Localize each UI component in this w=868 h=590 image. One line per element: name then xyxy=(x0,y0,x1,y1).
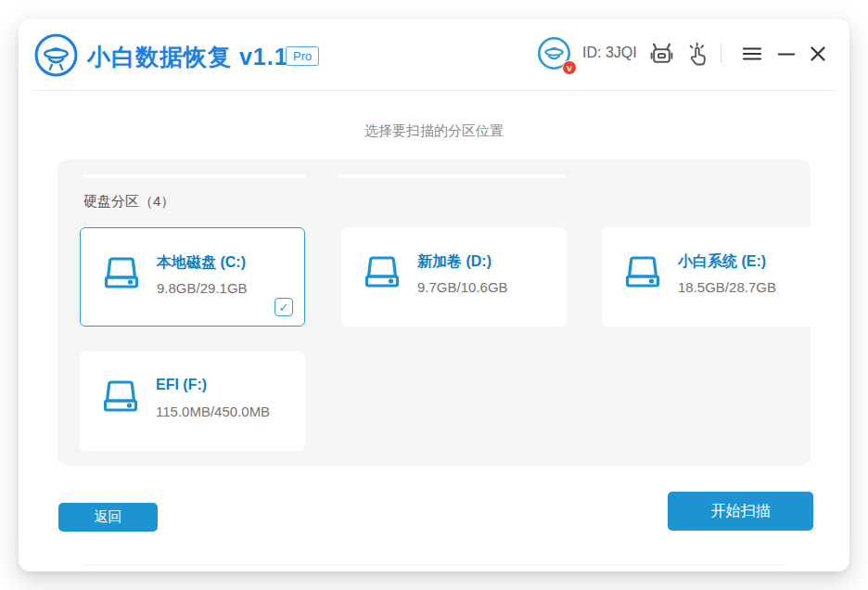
drive-icon xyxy=(620,251,665,296)
drive-size: 18.5GB/28.7GB xyxy=(678,279,776,295)
partition-card-f[interactable]: EFI (F:) 115.0MB/450.0MB xyxy=(80,352,305,451)
partition-panel: 硬盘分区（4） 本地磁盘 (C:) 9.8GB/29.1GB ✓ xyxy=(57,160,811,466)
panel-decoration-bar xyxy=(338,174,566,178)
minimize-icon[interactable] xyxy=(772,39,801,69)
back-button[interactable]: 返回 xyxy=(58,503,158,532)
touch-click-icon[interactable] xyxy=(683,39,712,69)
partition-checkbox-checked[interactable]: ✓ xyxy=(274,298,293,316)
pro-badge: Pro xyxy=(286,46,319,66)
close-icon[interactable] xyxy=(803,39,833,69)
app-window: 小白数据恢复 v1.1 Pro V ID: 3JQI xyxy=(19,19,849,571)
drive-size: 115.0MB/450.0MB xyxy=(156,404,270,419)
app-title: 小白数据恢复 v1.1 xyxy=(87,42,288,72)
header-divider-vertical xyxy=(721,43,721,63)
drive-name: 新加卷 (D:) xyxy=(417,252,491,272)
panel-decoration-bar xyxy=(83,174,306,178)
section-title: 硬盘分区（4） xyxy=(83,193,174,211)
page-instruction: 选择要扫描的分区位置 xyxy=(19,122,849,140)
drive-name: 小白系统 (E:) xyxy=(678,252,766,272)
drive-icon xyxy=(99,252,144,297)
drive-name: 本地磁盘 (C:) xyxy=(157,253,246,273)
header-divider xyxy=(33,90,835,91)
app-logo-icon xyxy=(33,32,79,78)
drive-size: 9.7GB/10.6GB xyxy=(417,279,508,295)
user-avatar[interactable]: V xyxy=(537,36,574,73)
partition-card-e[interactable]: 小白系统 (E:) 18.5GB/28.7GB xyxy=(602,227,827,327)
menu-icon[interactable] xyxy=(737,39,767,69)
drive-icon xyxy=(360,251,404,296)
robot-assistant-icon[interactable] xyxy=(646,39,676,69)
vip-badge: V xyxy=(562,60,577,75)
header: 小白数据恢复 v1.1 Pro V ID: 3JQI xyxy=(19,19,849,90)
drive-size: 9.8GB/29.1GB xyxy=(157,280,248,296)
bottom-divider xyxy=(83,564,785,565)
drive-name: EFI (F:) xyxy=(156,377,207,393)
start-scan-button[interactable]: 开始扫描 xyxy=(668,492,813,531)
partition-card-d[interactable]: 新加卷 (D:) 9.7GB/10.6GB xyxy=(341,227,567,327)
drive-icon xyxy=(98,376,143,420)
partition-card-c[interactable]: 本地磁盘 (C:) 9.8GB/29.1GB ✓ xyxy=(80,227,305,327)
user-id: ID: 3JQI xyxy=(582,45,637,61)
